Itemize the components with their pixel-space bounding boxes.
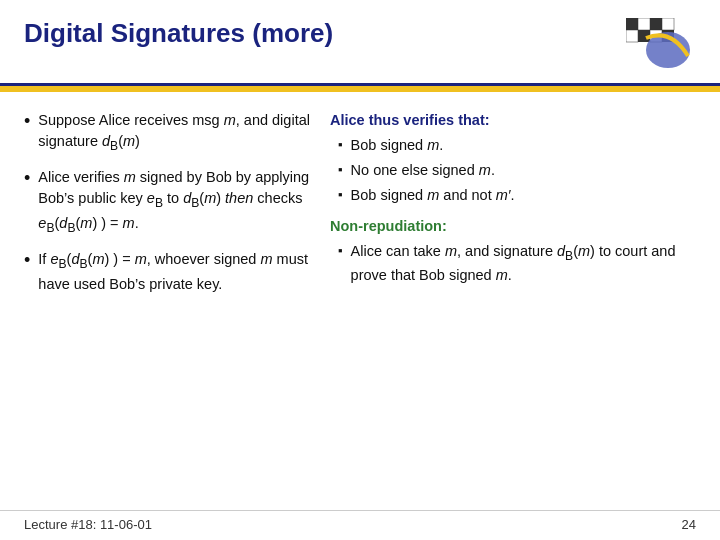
svg-rect-5 (662, 18, 674, 30)
content-area: • Suppose Alice receives msg m, and digi… (0, 92, 720, 502)
bullet-text-2: Alice verifies m signed by Bob by applyi… (38, 167, 314, 237)
sub-dot-4: ▪ (338, 242, 343, 261)
slide-footer: Lecture #18: 11-06-01 24 (0, 510, 720, 540)
slide-header: Digital Signatures (more) (0, 0, 720, 86)
svg-rect-4 (650, 18, 662, 30)
bullet-text-3: If eB(dB(m) ) = m, whoever signed m must… (38, 249, 314, 294)
non-repudiation-text: Alice can take m, and signature dB(m) to… (351, 241, 696, 286)
bullet-3: • If eB(dB(m) ) = m, whoever signed m mu… (24, 249, 314, 294)
lecture-label: Lecture #18: 11-06-01 (24, 517, 152, 532)
slide-title: Digital Signatures (more) (24, 18, 333, 49)
alice-verifies-title: Alice thus verifies that: (330, 110, 696, 131)
alice-sub-3: ▪ Bob signed m and not m′. (330, 185, 696, 206)
non-repudiation-bullet: ▪ Alice can take m, and signature dB(m) … (330, 241, 696, 286)
alice-sub-text-1: Bob signed m. (351, 135, 444, 156)
sub-dot-3: ▪ (338, 186, 343, 205)
bullet-dot-2: • (24, 165, 30, 191)
bullet-1: • Suppose Alice receives msg m, and digi… (24, 110, 314, 155)
svg-rect-2 (626, 30, 638, 42)
alice-sub-1: ▪ Bob signed m. (330, 135, 696, 156)
alice-sub-2: ▪ No one else signed m. (330, 160, 696, 181)
bullet-dot-3: • (24, 247, 30, 273)
sub-dot-2: ▪ (338, 161, 343, 180)
bullet-dot-1: • (24, 108, 30, 134)
slide: Digital Signatures (more) (0, 0, 720, 540)
sub-dot-1: ▪ (338, 136, 343, 155)
alice-sub-text-3: Bob signed m and not m′. (351, 185, 515, 206)
logo-decoration (626, 18, 696, 73)
right-column: Alice thus verifies that: ▪ Bob signed m… (330, 110, 696, 492)
svg-rect-0 (626, 18, 638, 30)
bullet-text-1: Suppose Alice receives msg m, and digita… (38, 110, 314, 155)
bullet-2: • Alice verifies m signed by Bob by appl… (24, 167, 314, 237)
page-number: 24 (682, 517, 696, 532)
non-repudiation-title: Non-repudiation: (330, 216, 696, 237)
alice-sub-text-2: No one else signed m. (351, 160, 495, 181)
left-column: • Suppose Alice receives msg m, and digi… (24, 110, 314, 492)
svg-rect-1 (638, 18, 650, 30)
